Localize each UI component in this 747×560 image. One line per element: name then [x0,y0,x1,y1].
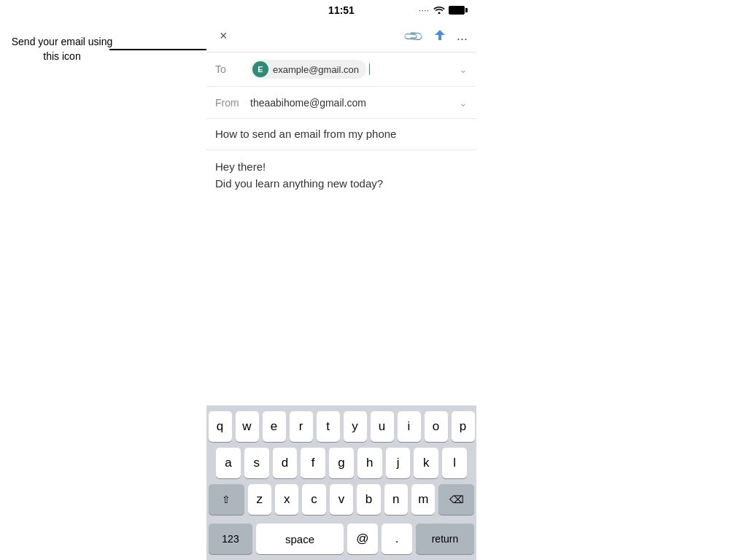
status-icons: ···· [382,4,465,16]
recipient-avatar: E [252,61,268,77]
more-options-button[interactable]: ... [457,28,468,44]
key-s[interactable]: s [244,448,269,478]
to-chevron-icon[interactable]: ⌄ [459,63,468,75]
key-a[interactable]: a [216,448,241,478]
battery-icon [449,6,465,15]
keyboard-row-3: ⇧ z x c v b n m ⌫ [209,484,474,515]
key-t[interactable]: t [317,411,340,442]
keyboard: q w e r t y u i o p a s d f g h j k l ⇧ … [206,405,476,560]
recipient-email: example@gmail.con [273,64,359,75]
signal-icon: ···· [419,7,430,15]
key-i[interactable]: i [398,411,421,442]
key-l[interactable]: l [442,448,467,478]
key-o[interactable]: o [425,411,448,442]
svg-marker-0 [435,30,445,40]
key-e[interactable]: e [263,411,286,442]
status-bar: 11:51 ···· [206,0,476,20]
keyboard-row-2: a s d f g h j k l [209,448,474,478]
delete-key[interactable]: ⌫ [438,484,474,515]
from-label: From [215,97,244,109]
subject-text: How to send an email from my phone [215,128,396,140]
key-n[interactable]: n [384,484,408,515]
attach-icon[interactable]: 📎 [402,25,425,47]
recipient-badge: E example@gmail.con [250,60,366,79]
keyboard-bottom-row: 123 space @ . return [206,524,476,560]
wifi-icon [433,4,445,16]
key-x[interactable]: x [275,484,298,515]
close-button[interactable]: × [215,27,232,45]
key-d[interactable]: d [273,448,298,478]
key-y[interactable]: y [344,411,367,442]
from-field: From theaabihome@gmail.com ⌄ [206,87,476,119]
send-button[interactable] [432,27,448,46]
key-j[interactable]: j [386,448,411,478]
from-email: theaabihome@gmail.com [250,97,366,109]
body-line1: Hey there! [215,159,468,176]
key-q[interactable]: q [209,411,232,442]
key-dot[interactable]: . [382,524,412,554]
key-at[interactable]: @ [347,524,378,554]
key-f[interactable]: f [301,448,325,478]
from-chevron-icon[interactable]: ⌄ [459,97,468,109]
key-z[interactable]: z [248,484,271,515]
key-g[interactable]: g [329,448,354,478]
key-b[interactable]: b [357,484,380,515]
keyboard-row-1: q w e r t y u i o p [209,411,474,442]
compose-toolbar: × 📎 ... [206,20,476,52]
key-r[interactable]: r [290,411,313,442]
key-space[interactable]: space [256,524,344,554]
key-v[interactable]: v [330,484,353,515]
to-field: To E example@gmail.con ⌄ [206,52,476,87]
subject-field: How to send an email from my phone [206,119,476,150]
body-field[interactable]: Hey there! Did you learn anything new to… [206,150,476,201]
key-k[interactable]: k [414,448,438,478]
key-c[interactable]: c [302,484,325,515]
key-return[interactable]: return [416,524,474,554]
key-123[interactable]: 123 [209,524,252,554]
key-m[interactable]: m [411,484,435,515]
to-label: To [215,63,244,75]
key-u[interactable]: u [371,411,394,442]
text-cursor [369,63,371,75]
body-line2: Did you learn anything new today? [215,176,468,192]
key-h[interactable]: h [357,448,382,478]
key-p[interactable]: p [452,411,475,442]
shift-key[interactable]: ⇧ [209,484,244,515]
status-time: 11:51 [301,4,383,16]
annotation-text: Send your email usingthis icon [7,35,117,63]
key-w[interactable]: w [236,411,259,442]
